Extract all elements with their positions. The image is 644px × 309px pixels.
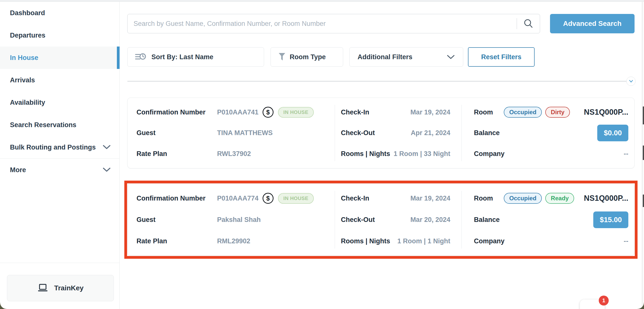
chat-widget-button[interactable]: 1 — [580, 299, 605, 309]
sidebar-item-more[interactable]: More — [0, 159, 119, 181]
card-room-column: Room Occupied Dirty NS1Q000P... Balance … — [462, 98, 634, 168]
sidebar-nav: Dashboard Departures In House Arrivals A… — [0, 2, 119, 181]
occupancy-badge: Occupied — [504, 107, 542, 118]
search-icon[interactable] — [517, 18, 540, 29]
check-out-row: Check-Out Apr 21, 2024 — [341, 126, 450, 140]
rate-plan-value: RWL37902 — [217, 150, 251, 158]
collapse-section-button[interactable] — [626, 77, 636, 86]
sidebar-item-in-house[interactable]: In House — [0, 47, 119, 69]
room-number: NS1Q000P... — [584, 194, 628, 203]
chevron-down-icon — [103, 144, 111, 151]
chevron-down-icon — [103, 166, 111, 174]
card-room-column: Room Occupied Ready NS1Q000P... Balance … — [462, 184, 634, 255]
card-guest-column: Confirmation Number P010AAA774 $ IN HOUS… — [128, 184, 335, 255]
guest-row: Guest TINA MATTHEWS — [136, 126, 330, 140]
rate-plan-row: Rate Plan RWL37902 — [136, 147, 330, 161]
sidebar: Dashboard Departures In House Arrivals A… — [0, 2, 120, 309]
confirmation-number: P010AAA774 — [217, 195, 258, 202]
company-row: Company -- — [474, 234, 628, 248]
check-out-date: Mar 20, 2024 — [410, 216, 450, 224]
room-type-filter-button[interactable]: Room Type — [270, 47, 343, 67]
rooms-nights-value: 1 Room | 1 Night — [397, 237, 450, 245]
sidebar-item-availability[interactable]: Availability — [0, 91, 119, 114]
funnel-icon — [278, 53, 286, 61]
sidebar-item-search-reservations[interactable]: Search Reservations — [0, 114, 119, 136]
additional-filters-dropdown[interactable]: Additional Filters — [349, 47, 463, 67]
card-column-divider — [462, 191, 462, 248]
room-row: Room Occupied Ready NS1Q000P... — [474, 191, 628, 205]
card-guest-column: Confirmation Number P010AAA741 $ IN HOUS… — [128, 98, 335, 168]
company-row: Company -- — [474, 147, 628, 161]
room-number: NS1Q000P... — [584, 108, 628, 117]
occupancy-badge: Occupied — [504, 193, 542, 204]
reservation-card[interactable]: Confirmation Number P010AAA741 $ IN HOUS… — [127, 98, 634, 168]
confirmation-row: Confirmation Number P010AAA741 $ IN HOUS… — [136, 105, 330, 119]
payment-dollar-icon[interactable]: $ — [262, 193, 274, 204]
sidebar-item-bulk-routing[interactable]: Bulk Routing and Postings — [0, 136, 119, 158]
sidebar-item-departures[interactable]: Departures — [0, 24, 119, 47]
rooms-nights-row: Rooms | Nights 1 Room | 1 Night — [341, 234, 450, 248]
status-badge: IN HOUSE — [278, 193, 314, 204]
housekeeping-badge: Dirty — [545, 107, 570, 118]
balance-button[interactable]: $0.00 — [597, 125, 628, 141]
payment-dollar-icon[interactable]: $ — [262, 107, 274, 118]
window-corner — [638, 302, 644, 309]
sort-by-button[interactable]: Sort By: Last Name — [127, 47, 264, 67]
balance-row: Balance $15.00 — [474, 211, 628, 228]
guest-row: Guest Pakshal Shah — [136, 213, 330, 227]
edge-artifact — [643, 146, 644, 160]
check-out-row: Check-Out Mar 20, 2024 — [341, 213, 450, 227]
card-dates-column: Check-In Mar 19, 2024 Check-Out Mar 20, … — [335, 184, 462, 255]
advanced-search-button[interactable]: Advanced Search — [550, 14, 634, 33]
confirmation-number: P010AAA741 — [217, 109, 258, 116]
in-house-reservations-page: Dashboard Departures In House Arrivals A… — [0, 0, 644, 309]
section-divider — [127, 81, 628, 82]
window-corner — [0, 302, 6, 309]
sidebar-footer: TrainKey — [0, 263, 119, 309]
check-in-row: Check-In Mar 19, 2024 — [341, 191, 450, 205]
guest-name: TINA MATTHEWS — [217, 129, 272, 137]
balance-row: Balance $0.00 — [474, 125, 628, 141]
sidebar-item-dashboard[interactable]: Dashboard — [0, 2, 119, 24]
search-input[interactable] — [128, 20, 517, 28]
rate-plan-row: Rate Plan RML29902 — [136, 234, 330, 248]
chevron-down-icon — [446, 55, 455, 60]
guest-name: Pakshal Shah — [217, 216, 261, 224]
confirmation-row: Confirmation Number P010AAA774 $ IN HOUS… — [136, 191, 330, 205]
sidebar-item-arrivals[interactable]: Arrivals — [0, 69, 119, 91]
laptop-icon — [37, 283, 48, 293]
card-column-divider — [335, 191, 335, 248]
status-badge: IN HOUSE — [278, 107, 314, 118]
housekeeping-badge: Ready — [545, 193, 574, 204]
card-column-divider — [462, 105, 462, 161]
rate-plan-value: RML29902 — [217, 237, 250, 245]
edge-artifact — [643, 107, 644, 124]
check-in-date: Mar 19, 2024 — [410, 195, 450, 202]
edge-artifact — [643, 195, 644, 207]
sort-icon — [134, 53, 146, 62]
reservation-card[interactable]: Confirmation Number P010AAA774 $ IN HOUS… — [127, 184, 634, 256]
room-row: Room Occupied Dirty NS1Q000P... — [474, 105, 628, 119]
reset-filters-button[interactable]: Reset Filters — [468, 47, 534, 67]
check-in-row: Check-In Mar 19, 2024 — [341, 105, 450, 119]
window-top-edge — [0, 0, 644, 2]
card-column-divider — [335, 105, 335, 161]
balance-button[interactable]: $15.00 — [593, 211, 628, 228]
check-in-date: Mar 19, 2024 — [410, 109, 450, 116]
check-out-date: Apr 21, 2024 — [411, 129, 450, 137]
rooms-nights-row: Rooms | Nights 1 Room | 33 Night — [341, 147, 450, 161]
company-value: -- — [624, 237, 628, 245]
trainkey-button[interactable]: TrainKey — [7, 275, 114, 301]
notification-badge: 1 — [599, 295, 609, 305]
card-dates-column: Check-In Mar 19, 2024 Check-Out Apr 21, … — [335, 98, 462, 168]
room-status-badges: Occupied Dirty — [504, 107, 570, 118]
search-bar — [127, 14, 540, 33]
rooms-nights-value: 1 Room | 33 Night — [394, 150, 450, 158]
company-value: -- — [624, 150, 628, 158]
room-status-badges: Occupied Ready — [504, 193, 574, 204]
